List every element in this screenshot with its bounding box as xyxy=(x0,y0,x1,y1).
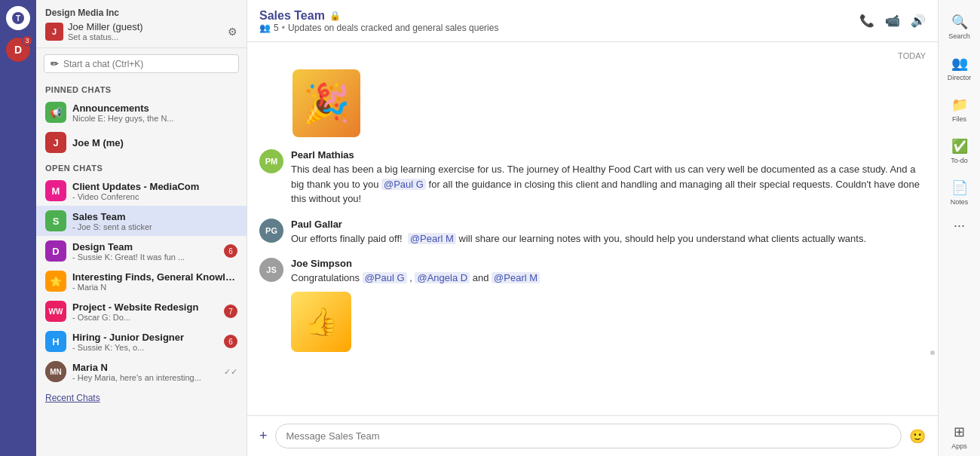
sales-team-content: Sales Team - Joe S: sent a sticker xyxy=(72,211,237,231)
right-directory-label: Director xyxy=(948,74,972,81)
chat-header-left: Sales Team 🔒 👥 5 • Updates on deals crac… xyxy=(259,9,498,33)
hiring-name: Hiring - Junior Designer xyxy=(72,332,218,343)
client-updates-icon: M xyxy=(45,180,66,201)
sticker-image-1: 🎉 xyxy=(292,69,360,137)
username: Joe Miller (guest) xyxy=(68,21,143,32)
add-attachment-icon[interactable]: + xyxy=(259,428,268,444)
interesting-finds-preview: - Maria N xyxy=(72,283,237,292)
joe-m-content: Joe M (me) xyxy=(72,137,237,148)
right-notes-icon: 📄 xyxy=(951,179,968,196)
right-search-icon: 🔍 xyxy=(951,14,968,30)
right-directory-icon: 👥 xyxy=(951,55,968,72)
maria-n-content: Maria N - Hey Maria, here's an interesti… xyxy=(72,362,218,382)
search-bar[interactable]: ✏ xyxy=(44,54,239,73)
search-input[interactable] xyxy=(63,59,232,69)
sidebar-header: Design Media Inc J Joe Miller (guest) Se… xyxy=(36,0,247,48)
design-team-preview: - Sussie K: Great! It was fun ... xyxy=(72,252,218,262)
client-updates-preview: - Video Conferenc xyxy=(72,192,237,201)
svg-text:MN: MN xyxy=(50,368,62,376)
pearl-content: Pearl Mathias This deal has been a big l… xyxy=(291,149,926,207)
right-panel-directory[interactable]: 👥 Director xyxy=(939,49,980,87)
message-pearl-mathias: PM Pearl Mathias This deal has been a bi… xyxy=(259,149,926,207)
maria-n-icon: MN xyxy=(45,361,66,382)
joe-m-name: Joe M (me) xyxy=(72,137,237,148)
project-website-preview: - Oscar G: Do... xyxy=(72,313,218,322)
user-info: J Joe Miller (guest) Set a status... xyxy=(45,21,143,41)
joe-content: Joe Simpson Congratulations @Paul G , @A… xyxy=(291,258,926,352)
main-chat: Sales Team 🔒 👥 5 • Updates on deals crac… xyxy=(247,0,938,456)
joe-mention-angela: @Angela D xyxy=(415,272,470,283)
chat-design-team[interactable]: D Design Team - Sussie K: Great! It was … xyxy=(36,236,247,266)
user-status[interactable]: Set a status... xyxy=(68,32,143,41)
design-team-content: Design Team - Sussie K: Great! It was fu… xyxy=(72,241,218,262)
right-files-label: Files xyxy=(952,115,966,123)
chat-hiring[interactable]: H Hiring - Junior Designer - Sussie K: Y… xyxy=(36,326,247,357)
chat-project-website[interactable]: WW Project - Website Redesign - Oscar G:… xyxy=(36,296,247,326)
joe-mention-pearl: @Pearl M xyxy=(492,272,540,283)
messages-area[interactable]: TODAY 🎉 PM Pearl Mathias This deal has b… xyxy=(247,42,938,415)
chat-meta: 👥 5 • Updates on deals cracked and gener… xyxy=(259,23,498,33)
check-icon: ✓✓ xyxy=(224,367,237,377)
interesting-finds-content: Interesting Finds, General Knowledge - M… xyxy=(72,271,237,292)
right-panel-notes[interactable]: 📄 Notes xyxy=(939,173,980,212)
nav-avatar-wrap[interactable]: D 3 xyxy=(6,38,30,62)
right-files-icon: 📁 xyxy=(951,96,968,113)
pinned-chat-joe-m[interactable]: J Joe M (me) xyxy=(36,127,247,158)
sales-team-name: Sales Team xyxy=(72,211,237,222)
sticker-message-1: 🎉 xyxy=(259,69,926,137)
interesting-finds-name: Interesting Finds, General Knowledge xyxy=(72,271,237,283)
emoji-icon[interactable]: 🙂 xyxy=(909,428,926,445)
nav-badge: 3 xyxy=(22,35,32,46)
maria-n-name: Maria N xyxy=(72,362,218,373)
chat-header: Sales Team 🔒 👥 5 • Updates on deals crac… xyxy=(247,0,938,42)
project-website-content: Project - Website Redesign - Oscar G: Do… xyxy=(72,301,218,322)
sales-team-preview: - Joe S: sent a sticker xyxy=(72,222,237,231)
user-avatar: J xyxy=(45,23,63,41)
lock-icon: 🔒 xyxy=(329,11,341,21)
joe-mention-paul: @Paul G xyxy=(363,272,407,283)
paul-avatar: PG xyxy=(259,219,283,243)
right-panel-apps[interactable]: ⊞ Apps xyxy=(939,418,980,456)
chat-client-updates[interactable]: M Client Updates - MediaCom - Video Conf… xyxy=(36,176,247,206)
announcements-content: Announcements Nicole E: Hey guys, the N.… xyxy=(72,103,237,123)
chat-sales-team[interactable]: S Sales Team - Joe S: sent a sticker xyxy=(36,206,247,236)
right-panel-files[interactable]: 📁 Files xyxy=(939,90,980,129)
hiring-preview: - Sussie K: Yes, o... xyxy=(72,343,218,352)
settings-icon[interactable]: ⚙ xyxy=(228,26,237,38)
message-paul-gallar: PG Paul Gallar Our efforts finally paid … xyxy=(259,219,926,246)
announcements-preview: Nicole E: Hey guys, the N... xyxy=(72,114,237,123)
phone-icon[interactable]: 📞 xyxy=(859,14,874,28)
nav-rail: T D 3 xyxy=(0,0,36,456)
project-website-icon: WW xyxy=(45,301,66,322)
open-chats-label: OPEN CHATS xyxy=(36,158,247,176)
joe-avatar: JS xyxy=(259,258,283,282)
right-panel: 🔍 Search 👥 Director 📁 Files ✅ To-do 📄 No… xyxy=(938,0,980,456)
thumbs-sticker: 👍 xyxy=(291,292,351,352)
right-apps-label: Apps xyxy=(951,442,967,450)
right-panel-todo[interactable]: ✅ To-do xyxy=(939,132,980,170)
sidebar: Design Media Inc J Joe Miller (guest) Se… xyxy=(36,0,247,456)
right-panel-search[interactable]: 🔍 Search xyxy=(939,8,980,46)
right-search-label: Search xyxy=(948,32,970,40)
today-divider: TODAY xyxy=(259,51,926,60)
client-updates-content: Client Updates - MediaCom - Video Confer… xyxy=(72,181,237,201)
video-icon[interactable]: 📹 xyxy=(885,14,900,28)
pearl-text: This deal has been a big learning exerci… xyxy=(291,162,926,207)
audio-icon[interactable]: 🔊 xyxy=(911,14,926,28)
chat-maria-n[interactable]: MN Maria N - Hey Maria, here's an intere… xyxy=(36,357,247,387)
right-panel-more-dots[interactable]: ··· xyxy=(954,218,965,234)
chat-interesting-finds[interactable]: ⭐ Interesting Finds, General Knowledge -… xyxy=(36,266,247,296)
user-details: Joe Miller (guest) Set a status... xyxy=(68,21,143,41)
recent-chats-link[interactable]: Recent Chats xyxy=(36,387,247,409)
paul-sender: Paul Gallar xyxy=(291,219,926,230)
message-input[interactable] xyxy=(275,424,902,448)
right-apps-icon: ⊞ xyxy=(954,424,965,440)
pinned-chat-announcements[interactable]: 📢 Announcements Nicole E: Hey guys, the … xyxy=(36,97,247,127)
right-todo-icon: ✅ xyxy=(951,138,968,155)
user-row: J Joe Miller (guest) Set a status... ⚙ xyxy=(45,21,237,41)
chat-description: Updates on deals cracked and general sal… xyxy=(288,23,499,33)
pearl-mention-paul: @Paul G xyxy=(381,179,426,190)
design-team-badge: 6 xyxy=(224,244,237,258)
right-notes-label: Notes xyxy=(951,198,969,206)
pearl-avatar: PM xyxy=(259,149,283,173)
